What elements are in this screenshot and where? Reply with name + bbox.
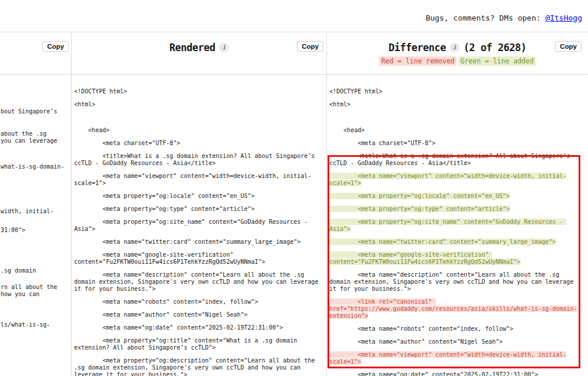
- code-fragment: width, initial-: [1, 208, 54, 215]
- code-line: <meta property="og:site_name" content="G…: [74, 219, 325, 233]
- code-line: <link rel="canonical" href="https://www.…: [329, 298, 580, 320]
- code-line: <head>: [74, 127, 325, 134]
- code-line: <html>: [329, 101, 580, 108]
- code-line: <title>What is a .sg domain extension? A…: [74, 153, 325, 167]
- code-line: <meta property="og:site_name" content="G…: [329, 219, 580, 233]
- code-fragment: bout Singapore’s: [1, 108, 57, 115]
- code-line: <meta name="twitter:card" content="summa…: [74, 239, 325, 246]
- code-line: <meta name="google-site-verification" co…: [74, 251, 325, 266]
- code-line: <!DOCTYPE html>: [329, 88, 580, 95]
- code-fragment: how you can: [1, 291, 39, 298]
- diff-tool-app: Bugs, comments? DMs open: @ItsHogg Copy …: [0, 0, 588, 376]
- code-line: <meta name="og:date" content="2025-02-19…: [74, 324, 325, 331]
- panel-container: Copy bout Singapore’sabout the .sgyou ca…: [0, 32, 588, 376]
- raw-panel-header: Copy: [0, 32, 71, 75]
- code-line: <meta property="og:type" content="articl…: [74, 206, 325, 213]
- code-line: <title>What is a .sg domain extension? A…: [329, 153, 580, 167]
- code-line: <head>: [329, 127, 580, 134]
- info-icon[interactable]: i: [450, 43, 459, 52]
- rendered-panel-header: Rendered i Copy: [72, 32, 326, 75]
- code-fragment: .sg domain: [1, 267, 36, 274]
- code-line: <meta name="author" content="Nigel Seah"…: [329, 338, 580, 345]
- twitter-handle-link[interactable]: @ItsHogg: [545, 14, 582, 22]
- rendered-title-row: Rendered i: [72, 32, 326, 53]
- code-line: <meta name="description" content="Learn …: [329, 271, 580, 293]
- copy-button-raw[interactable]: Copy: [42, 41, 69, 52]
- code-line: [74, 114, 325, 121]
- difference-title-row: Difference i (2 of 2628): [327, 32, 588, 53]
- difference-panel-title: Difference: [389, 42, 446, 53]
- rendered-panel-title: Rendered: [169, 42, 215, 53]
- code-line: <meta property="og:description" content=…: [74, 357, 325, 376]
- raw-code-area: bout Singapore’sabout the .sgyou can lev…: [0, 75, 71, 375]
- copy-button-difference[interactable]: Copy: [555, 41, 582, 52]
- panel-raw-source: Copy bout Singapore’sabout the .sgyou ca…: [0, 32, 72, 376]
- code-line: <meta property="og:locale" content="en_U…: [329, 193, 580, 200]
- code-line: [329, 114, 580, 121]
- code-line: <html>: [74, 101, 325, 108]
- top-bar: Bugs, comments? DMs open: @ItsHogg: [0, 0, 588, 32]
- code-line: <meta name="og:date" content="2025-02-19…: [329, 371, 580, 376]
- code-line: <meta name="viewport" content="width=dev…: [329, 351, 580, 365]
- code-line: <meta name="robots" content="index, foll…: [74, 298, 325, 306]
- code-line: <meta property="og:type" content="articl…: [329, 206, 580, 213]
- code-fragment: 31:00">: [1, 227, 25, 234]
- feedback-message: Bugs, comments? DMs open:: [426, 14, 546, 22]
- panel-rendered: Rendered i Copy <!DOCTYPE html><html> <h…: [72, 32, 327, 376]
- difference-panel-header: Difference i (2 of 2628) Red = line remo…: [327, 32, 588, 75]
- code-fragment: you can leverage: [1, 137, 57, 145]
- code-line: <meta charset="UTF-8">: [329, 140, 580, 147]
- code-line: <meta name="viewport" content="width=dev…: [74, 173, 325, 187]
- code-fragment: about the .sg: [1, 130, 46, 137]
- code-line: <meta charset="UTF-8">: [74, 140, 325, 147]
- diff-legend: Red = line removed Green = line added: [327, 56, 588, 66]
- difference-code-area: <!DOCTYPE html><html> <head> <meta chars…: [329, 88, 588, 376]
- code-fragment: what-is-sg-domain-: [1, 163, 64, 170]
- code-fragment: rn all about the: [1, 284, 57, 291]
- code-line: <meta name="twitter:card" content="summa…: [329, 239, 580, 246]
- code-line: <meta property="og:locale" content="en_U…: [74, 193, 325, 200]
- code-line: <meta name="viewport" content="width=dev…: [329, 173, 580, 187]
- copy-button-rendered[interactable]: Copy: [297, 41, 323, 52]
- info-icon[interactable]: i: [219, 43, 229, 52]
- code-fragment: ls/what-is-sg-: [1, 321, 50, 328]
- code-line: <meta name="author" content="Nigel Seah"…: [74, 311, 325, 318]
- legend-removed: Red = line removed: [379, 56, 456, 66]
- code-line: <meta name="google-site-verification" co…: [329, 251, 580, 266]
- code-line: <meta property="og:title" content="What …: [74, 337, 325, 351]
- legend-added: Green = line added: [459, 56, 536, 66]
- code-line: <meta name="description" content="Learn …: [74, 271, 325, 293]
- rendered-code-area: <!DOCTYPE html><html> <head> <meta chars…: [74, 88, 326, 376]
- diff-counter: (2 of 2628): [463, 42, 526, 53]
- panel-difference: Difference i (2 of 2628) Red = line remo…: [327, 32, 588, 376]
- code-line: <!DOCTYPE html>: [74, 88, 325, 95]
- code-line: <meta name="robots" content="index, foll…: [329, 325, 580, 333]
